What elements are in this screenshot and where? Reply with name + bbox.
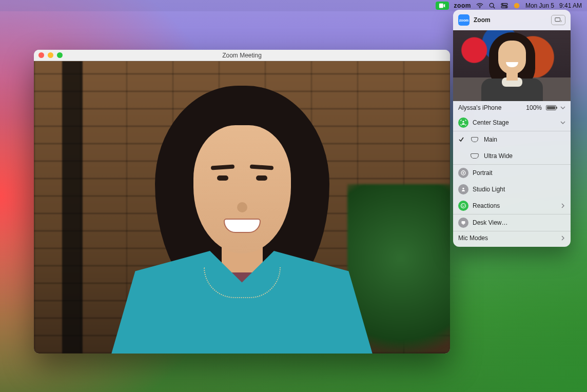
camera-preview	[453, 30, 571, 101]
svg-point-16	[464, 205, 464, 205]
portrait-row[interactable]: Portrait	[453, 165, 571, 181]
chevron-right-icon	[560, 203, 565, 208]
chevron-down-icon	[560, 105, 565, 110]
lens-ultrawide-row[interactable]: Ultra Wide	[453, 148, 571, 164]
svg-point-14	[461, 204, 466, 208]
portrait-label: Portrait	[473, 169, 565, 177]
svg-line-2	[493, 7, 495, 8]
svg-point-10	[462, 121, 464, 123]
preview-person-avatar	[479, 30, 545, 101]
mic-modes-row[interactable]: Mic Modes	[453, 231, 571, 247]
svg-point-7	[514, 3, 520, 9]
zoom-app-icon: zoom	[458, 14, 469, 26]
studio-light-label: Studio Light	[473, 186, 565, 193]
main-video-feed	[34, 61, 450, 354]
menubar-date[interactable]: Mon Jun 5	[525, 2, 554, 9]
lens-ultrawide-label: Ultra Wide	[484, 152, 565, 160]
spotlight-icon[interactable]	[488, 2, 496, 9]
window-close-button[interactable]	[38, 52, 44, 58]
center-stage-row[interactable]: Center Stage	[453, 114, 571, 131]
center-stage-label: Center Stage	[473, 119, 556, 126]
mic-modes-label: Mic Modes	[458, 234, 556, 242]
window-titlebar[interactable]: Zoom Meeting	[34, 50, 450, 61]
device-name: Alyssa's iPhone	[458, 104, 522, 111]
panel-header: zoom Zoom	[453, 10, 571, 30]
center-stage-icon	[458, 117, 468, 128]
panel-app-name: Zoom	[474, 16, 491, 24]
notification-dot-icon[interactable]	[513, 2, 520, 9]
battery-icon	[546, 105, 556, 110]
share-window-button[interactable]	[551, 15, 565, 25]
menubar-app-label[interactable]: zoom	[454, 2, 471, 9]
svg-point-15	[462, 205, 463, 205]
window-traffic-lights	[38, 52, 63, 58]
desk-view-label: Desk View…	[473, 219, 565, 226]
menubar-time[interactable]: 9:41 AM	[559, 2, 582, 9]
control-center-icon[interactable]	[501, 2, 508, 9]
svg-point-6	[505, 7, 506, 8]
svg-rect-8	[555, 18, 560, 22]
share-screen-icon	[555, 17, 562, 23]
desk-view-icon	[458, 218, 468, 228]
svg-point-12	[462, 172, 464, 173]
battery-percent: 100%	[526, 104, 542, 111]
lens-icon	[469, 151, 480, 161]
svg-point-1	[490, 3, 494, 7]
device-status-row[interactable]: Alyssa's iPhone 100%	[453, 101, 571, 114]
video-icon	[439, 2, 446, 9]
lens-main-label: Main	[484, 136, 565, 143]
studio-light-row[interactable]: Studio Light	[453, 181, 571, 198]
wifi-icon[interactable]	[476, 2, 483, 9]
desk-view-row[interactable]: Desk View…	[453, 214, 571, 231]
lens-icon	[469, 134, 480, 145]
chevron-right-icon	[560, 236, 565, 241]
svg-rect-17	[462, 221, 465, 224]
chevron-down-icon	[560, 120, 565, 125]
reactions-icon	[458, 201, 468, 211]
svg-point-0	[479, 7, 480, 8]
check-icon	[458, 136, 465, 143]
window-maximize-button[interactable]	[57, 52, 63, 58]
svg-point-4	[502, 4, 503, 5]
camera-active-pill[interactable]	[436, 2, 449, 10]
svg-rect-18	[463, 224, 464, 224]
main-speaker-avatar	[99, 71, 386, 354]
window-title: Zoom Meeting	[34, 52, 450, 59]
svg-point-13	[462, 188, 464, 189]
window-minimize-button[interactable]	[48, 52, 53, 58]
lens-main-row[interactable]: Main	[453, 131, 571, 148]
video-control-panel: zoom Zoom Alyssa's iPhone 100% Center St…	[453, 10, 571, 247]
studio-light-icon	[458, 184, 468, 194]
zoom-meeting-window: Zoom Meeting	[34, 50, 450, 354]
portrait-icon	[458, 168, 468, 178]
reactions-row[interactable]: Reactions	[453, 198, 571, 214]
reactions-label: Reactions	[473, 202, 556, 209]
